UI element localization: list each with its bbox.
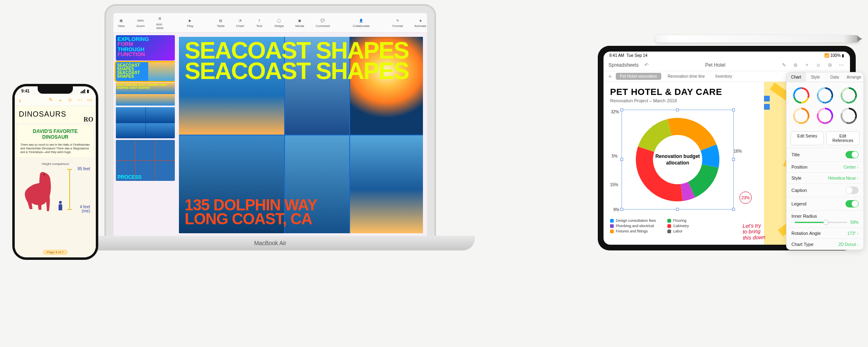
- animate-button[interactable]: ◈Animate: [414, 18, 426, 28]
- comment-button[interactable]: 💬Comment: [316, 18, 330, 28]
- collaborate-button[interactable]: 👤Collaborate: [353, 18, 370, 28]
- inspector-tab-chart[interactable]: Chart: [787, 72, 806, 82]
- table-button[interactable]: ▤Table: [217, 18, 224, 28]
- legend-label: Plumbing and electrical: [616, 224, 654, 228]
- apple-pencil: [655, 35, 860, 43]
- add-sheet-button[interactable]: ＋: [607, 73, 613, 80]
- caption-label: Caption: [791, 188, 807, 193]
- title-toggle[interactable]: [845, 151, 859, 158]
- chart-button[interactable]: ◔Chart: [236, 18, 244, 28]
- brush-icon: ✎: [394, 18, 401, 23]
- section-title: DAVID'S FAVORITEDINOSAUR: [20, 128, 90, 140]
- legend-row[interactable]: Legend: [787, 197, 863, 210]
- add-slide-button[interactable]: ⊞Add Slide: [156, 16, 163, 30]
- comment-icon: 💬: [319, 18, 326, 23]
- shape-button[interactable]: ◯Shape: [274, 18, 284, 28]
- legend-swatch: [610, 224, 614, 228]
- chart-type-row[interactable]: Chart Type2D Donut ›: [787, 239, 863, 250]
- legend-item: Fixtures and fittings: [610, 229, 656, 233]
- edit-series-button[interactable]: Edit Series: [791, 131, 824, 145]
- doc-title[interactable]: Pet Hotel: [654, 62, 776, 68]
- chart-type-value: 2D Donut: [839, 242, 856, 247]
- back-button[interactable]: ‹: [19, 97, 21, 104]
- slide-thumb-5[interactable]: PROCESS: [116, 140, 175, 181]
- legend-item: Flooring: [667, 219, 689, 223]
- format-button[interactable]: ✎Format: [393, 18, 403, 28]
- preset-4[interactable]: [793, 108, 809, 124]
- brush-icon[interactable]: ✎: [49, 97, 53, 104]
- slide[interactable]: SEACOAST SHAPESSEACOAST SHAPES 135 DOLPH…: [179, 37, 423, 233]
- text-button[interactable]: TText: [255, 18, 263, 28]
- more-icon[interactable]: ⋯: [77, 97, 82, 104]
- macbook-base: MacBook Air: [66, 236, 475, 250]
- legend-label: Labor: [673, 229, 683, 233]
- shape-label: Shape: [274, 24, 284, 28]
- preset-3[interactable]: [841, 87, 857, 104]
- inspector-tab-data[interactable]: Data: [825, 72, 844, 82]
- slide-thumb-1[interactable]: EXPLORINGFORMTHROUGHFUNCTION: [116, 35, 175, 61]
- caption-row[interactable]: Caption: [787, 183, 863, 197]
- edit-references-button[interactable]: Edit References: [826, 131, 859, 145]
- collab-icon[interactable]: ☺: [815, 62, 822, 68]
- back-button[interactable]: Spreadsheets: [608, 62, 639, 68]
- media-button[interactable]: ▣Media: [295, 18, 304, 28]
- legend-toggle[interactable]: [845, 200, 859, 207]
- filter-icon[interactable]: ⊜: [792, 62, 799, 68]
- preset-6[interactable]: [841, 108, 857, 124]
- undo-icon[interactable]: ↶: [643, 62, 650, 68]
- donut-chart[interactable]: Renovation budget allocation 32% 16% 9% …: [610, 110, 737, 216]
- play-button[interactable]: ▶Play: [186, 18, 194, 28]
- pages-document[interactable]: DINOSAURS RO DAVID'S FAVORITEDINOSAUR Th…: [15, 106, 96, 257]
- style-row[interactable]: StyleHelvetica Neue ›: [787, 172, 863, 183]
- style-value: Helvetica Neue: [828, 176, 856, 180]
- caption-toggle[interactable]: [845, 187, 859, 194]
- add-slide-label: Add Slide: [156, 23, 163, 30]
- donut-center-l2: allocation: [666, 160, 689, 166]
- slide-navigator[interactable]: EXPLORINGFORMTHROUGHFUNCTION SEACOAST SH…: [113, 33, 175, 237]
- tab-inventory[interactable]: Inventory: [711, 73, 736, 80]
- insert-icon[interactable]: ＋: [58, 97, 63, 104]
- legend-label: Cabinetry: [673, 224, 689, 228]
- thumb5-text: PROCESS: [118, 174, 142, 180]
- slide-thumb-2[interactable]: SEACOAST SHAPES SEACOAST SHAPES: [116, 62, 175, 81]
- title-row[interactable]: Title: [787, 148, 863, 161]
- tab-pet-hotel-renovation[interactable]: Pet Hotel renovation: [616, 73, 661, 80]
- chart-icon: ◔: [236, 18, 244, 23]
- iphone-screen: 9:41 ▮ ‹ ✎ ＋ ☺ ⋯ ▭ DINOSAURS RO DAVID'S …: [15, 86, 96, 257]
- preset-2[interactable]: [817, 87, 833, 104]
- format-inspector[interactable]: Chart Style Data Arrange Edit Series Edi…: [786, 72, 864, 250]
- pct-32: 32%: [611, 110, 619, 114]
- legend-swatch: [667, 230, 671, 233]
- more-icon[interactable]: ⊖: [826, 62, 834, 68]
- doc-settings-icon[interactable]: ⋯: [838, 62, 845, 68]
- insert-icon[interactable]: ＋: [803, 61, 811, 68]
- slide-canvas[interactable]: SEACOAST SHAPESSEACOAST SHAPES 135 DOLPH…: [175, 33, 427, 237]
- page-indicator[interactable]: Page 4 of 7: [43, 250, 68, 255]
- inspector-tab-style[interactable]: Style: [806, 72, 825, 82]
- legend-label: Legend: [791, 201, 807, 206]
- ruler: [67, 169, 72, 210]
- macbook-label: MacBook Air: [254, 240, 287, 246]
- share-icon[interactable]: ☺: [68, 97, 72, 104]
- chevron-right-icon: ›: [857, 231, 859, 236]
- inspector-tab-arrange[interactable]: Arrange: [844, 72, 863, 82]
- view-button[interactable]: ▦View: [118, 18, 125, 28]
- slide-subtitle[interactable]: 135 DOLPHIN WAYLONG COAST, CA: [185, 198, 317, 226]
- chart-label: Chart: [236, 24, 244, 28]
- brush-icon[interactable]: ✎: [780, 62, 788, 68]
- legend-swatch: [610, 219, 614, 223]
- zoom-button[interactable]: 59%Zoom: [136, 18, 145, 28]
- doc-icon[interactable]: ▭: [87, 97, 92, 104]
- slide-thumb-3[interactable]: OAST SHAPES OAST SHAPES OAST SHAPES OAST…: [116, 83, 175, 106]
- tab-renovation-time-line[interactable]: Renovation time line: [664, 73, 709, 80]
- preset-5[interactable]: [817, 108, 833, 124]
- ipad-battery: 📶 100% ▮: [824, 53, 844, 58]
- inner-radius-slider[interactable]: [795, 222, 847, 223]
- slide-thumb-4[interactable]: [116, 107, 175, 138]
- preset-1[interactable]: [793, 87, 809, 104]
- slide-title[interactable]: SEACOAST SHAPESSEACOAST SHAPES: [185, 40, 409, 81]
- position-row[interactable]: PositionCenter ›: [787, 161, 863, 172]
- rotation-row[interactable]: Rotation Angle173° ›: [787, 228, 863, 239]
- chevron-right-icon: ›: [857, 242, 859, 247]
- legend-swatch: [667, 219, 671, 223]
